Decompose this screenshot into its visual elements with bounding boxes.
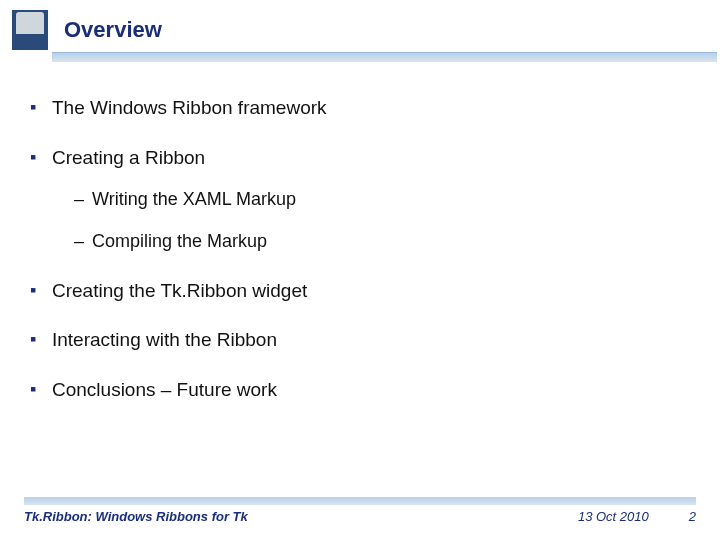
slide-content: The Windows Ribbon framework Creating a … xyxy=(0,62,720,402)
sub-bullet-text: Compiling the Markup xyxy=(92,231,267,251)
bullet-item: The Windows Ribbon framework xyxy=(30,96,690,120)
footer-date: 13 Oct 2010 xyxy=(578,509,649,524)
bullet-item: Interacting with the Ribbon xyxy=(30,328,690,352)
logo-icon xyxy=(12,10,48,50)
bullet-text: Interacting with the Ribbon xyxy=(52,329,277,350)
bullet-text: The Windows Ribbon framework xyxy=(52,97,327,118)
bullet-text: Creating the Tk.Ribbon widget xyxy=(52,280,307,301)
title-underline xyxy=(52,52,717,62)
footer-title: Tk.Ribbon: Windows Ribbons for Tk xyxy=(24,509,578,524)
slide-title: Overview xyxy=(64,17,162,43)
slide-header: Overview xyxy=(0,0,720,52)
sub-bullet-item: Compiling the Markup xyxy=(74,230,690,253)
sub-bullet-item: Writing the XAML Markup xyxy=(74,188,690,211)
slide-footer: Tk.Ribbon: Windows Ribbons for Tk 13 Oct… xyxy=(0,497,720,524)
footer-page-number: 2 xyxy=(689,509,696,524)
sub-bullet-group: Writing the XAML Markup Compiling the Ma… xyxy=(52,188,690,253)
footer-divider xyxy=(24,497,696,505)
bullet-item: Conclusions – Future work xyxy=(30,378,690,402)
bullet-text: Conclusions – Future work xyxy=(52,379,277,400)
footer-row: Tk.Ribbon: Windows Ribbons for Tk 13 Oct… xyxy=(24,509,696,524)
bullet-item: Creating the Tk.Ribbon widget xyxy=(30,279,690,303)
bullet-item: Creating a Ribbon Writing the XAML Marku… xyxy=(30,146,690,253)
bullet-text: Creating a Ribbon xyxy=(52,147,205,168)
sub-bullet-text: Writing the XAML Markup xyxy=(92,189,296,209)
